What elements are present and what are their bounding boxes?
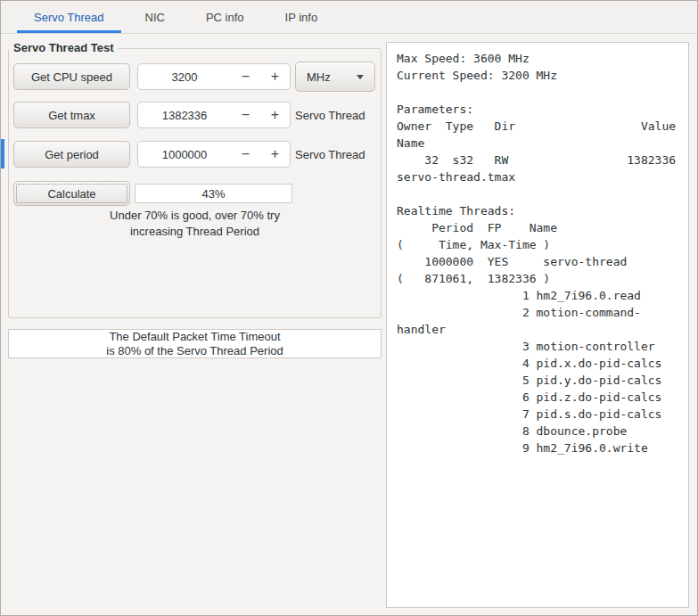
timeout-note-line-2: is 80% of the Servo Thread Period bbox=[106, 344, 283, 358]
calculate-label: Calculate bbox=[47, 187, 95, 201]
tab-bar: Servo Thread NIC PC info IP info bbox=[1, 1, 697, 34]
get-tmax-button[interactable]: Get tmax bbox=[13, 102, 130, 128]
get-cpu-speed-label: Get CPU speed bbox=[31, 70, 112, 84]
tab-nic[interactable]: NIC bbox=[125, 1, 185, 33]
result-field[interactable]: 43% bbox=[135, 184, 292, 203]
frame-title: Servo Thread Test bbox=[9, 41, 118, 54]
cpu-speed-increment-button[interactable]: + bbox=[260, 64, 290, 89]
unit-dropdown-value: MHz bbox=[307, 70, 331, 84]
unit-dropdown[interactable]: MHz bbox=[295, 62, 375, 92]
tab-pc-info-label: PC info bbox=[206, 11, 244, 24]
cpu-speed-value[interactable]: 3200 bbox=[138, 64, 231, 89]
output-text: Max Speed: 3600 MHz Current Speed: 3200 … bbox=[387, 43, 688, 456]
tab-nic-label: NIC bbox=[145, 11, 165, 24]
calculate-button[interactable]: Calculate bbox=[13, 181, 130, 206]
tmax-thread-label: Servo Thread bbox=[295, 102, 380, 128]
timeout-note-box: The Default Packet Time Timeout is 80% o… bbox=[8, 329, 382, 358]
tab-ip-info[interactable]: IP info bbox=[265, 1, 339, 33]
tmax-spinbox[interactable]: 1382336 − + bbox=[137, 102, 291, 128]
chevron-down-icon bbox=[357, 75, 364, 79]
hint-line-1: Under 70% is good, over 70% try bbox=[8, 209, 382, 222]
tab-pc-info[interactable]: PC info bbox=[185, 1, 265, 33]
cpu-speed-decrement-button[interactable]: − bbox=[231, 64, 260, 89]
period-increment-button[interactable]: + bbox=[260, 142, 290, 167]
get-cpu-speed-button[interactable]: Get CPU speed bbox=[13, 63, 130, 90]
tab-servo-thread-label: Servo Thread bbox=[34, 11, 104, 24]
tab-servo-thread[interactable]: Servo Thread bbox=[13, 1, 125, 33]
tmax-increment-button[interactable]: + bbox=[260, 103, 290, 127]
get-period-label: Get period bbox=[45, 148, 99, 161]
period-thread-label: Servo Thread bbox=[295, 141, 380, 168]
tab-ip-info-label: IP info bbox=[285, 11, 318, 24]
app-window: Servo Thread NIC PC info IP info Servo T… bbox=[0, 0, 698, 616]
get-period-button[interactable]: Get period bbox=[13, 141, 130, 168]
period-spinbox[interactable]: 1000000 − + bbox=[137, 141, 291, 168]
period-decrement-button[interactable]: − bbox=[231, 142, 260, 167]
tmax-decrement-button[interactable]: − bbox=[231, 103, 260, 127]
hint-line-2: increasing Thread Period bbox=[8, 225, 382, 238]
period-value[interactable]: 1000000 bbox=[138, 142, 231, 167]
output-text-view[interactable]: Max Speed: 3600 MHz Current Speed: 3200 … bbox=[386, 42, 689, 608]
get-tmax-label: Get tmax bbox=[48, 109, 95, 122]
cpu-speed-spinbox[interactable]: 3200 − + bbox=[137, 63, 291, 90]
tmax-value[interactable]: 1382336 bbox=[138, 103, 231, 127]
timeout-note-line-1: The Default Packet Time Timeout bbox=[109, 330, 280, 344]
focus-indicator bbox=[1, 139, 4, 168]
result-value: 43% bbox=[201, 187, 225, 201]
